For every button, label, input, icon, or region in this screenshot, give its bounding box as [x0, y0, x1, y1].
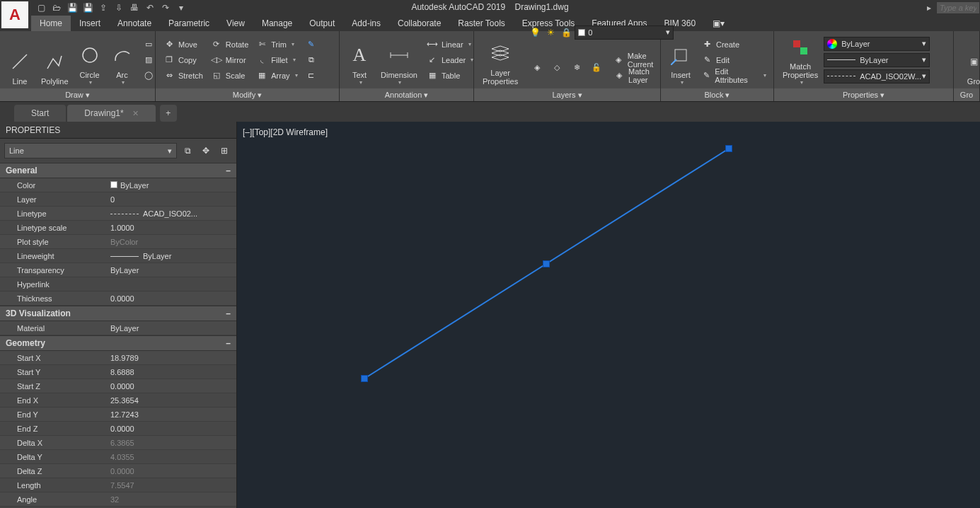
plot-icon[interactable]: 🖶 [127, 1, 142, 15]
layer-state-icon[interactable]: 💡 [528, 25, 542, 40]
properties-selection-dropdown[interactable]: Line▾ [4, 143, 177, 158]
array-button[interactable]: ▦Array [253, 68, 300, 83]
start-tab[interactable]: Start [14, 105, 66, 122]
search-input[interactable] [936, 1, 980, 14]
panel-draw-title[interactable]: Draw ▾ [0, 88, 155, 101]
match-props-button[interactable]: Match Properties [778, 33, 822, 87]
layer-tool3[interactable]: ❄ [567, 60, 586, 76]
drawing-tab[interactable]: Drawing1*✕ [67, 105, 155, 122]
color-dropdown[interactable]: ByLayer▾ [824, 37, 930, 51]
explode-button[interactable]: ⧉ [302, 52, 321, 68]
prop-row[interactable]: Thickness0.0000 [0, 291, 236, 306]
layerprops-button[interactable]: Layer Properties [478, 33, 522, 87]
prop-value[interactable]: 0.0000 [106, 382, 236, 391]
tab-raster-tools[interactable]: Raster Tools [449, 16, 513, 31]
prop-row[interactable]: Hyperlink [0, 277, 236, 291]
linetype-dropdown[interactable]: ACAD_ISO02W...▾ [824, 69, 930, 83]
prop-value[interactable]: ByLayer [106, 252, 236, 260]
layer-freeze-icon[interactable]: ☀ [543, 25, 558, 40]
prop-section-geometry[interactable]: Geometry– [0, 335, 236, 351]
tab-parametric[interactable]: Parametric [160, 16, 218, 31]
prop-row[interactable]: Angle32 [0, 492, 236, 507]
prop-value[interactable]: 0.0000 [106, 467, 236, 475]
tab-view[interactable]: View [218, 16, 253, 31]
prop-row[interactable]: Delta X6.3865 [0, 436, 236, 450]
prop-value[interactable]: ByLayer [106, 181, 236, 190]
move-button[interactable]: ✥Move [160, 37, 206, 52]
panel-modify-title[interactable]: Modify ▾ [156, 88, 339, 101]
panel-layers-title[interactable]: Layers ▾ [474, 88, 660, 101]
prop-value[interactable]: 0.0000 [106, 294, 236, 303]
polyline-button[interactable]: Polyline [37, 33, 73, 87]
linear-button[interactable]: ⟷Linear [423, 37, 476, 52]
prop-value[interactable]: 25.3654 [106, 396, 236, 405]
new-icon[interactable]: ▢ [34, 1, 48, 15]
saveas-icon[interactable]: 💾 [81, 1, 95, 15]
search-dropdown-icon[interactable]: ▸ [922, 1, 936, 15]
web-mobile-open-icon[interactable]: ⇩ [112, 1, 126, 15]
circle-button[interactable]: Circle [74, 33, 105, 87]
prop-row[interactable]: ColorByLayer [0, 178, 236, 192]
selected-line[interactable] [237, 122, 980, 508]
offset-button[interactable]: ⊏ [302, 68, 321, 83]
rotate-button[interactable]: ⟳Rotate [207, 37, 251, 52]
tab-insert[interactable]: Insert [71, 16, 109, 31]
tab-extra-icon[interactable]: ▣▾ [704, 16, 733, 31]
prop-row[interactable]: Delta Z0.0000 [0, 464, 236, 478]
add-tab-button[interactable]: + [160, 105, 177, 122]
selectobj-icon[interactable]: ⊞ [217, 143, 232, 158]
layer-tool4[interactable]: 🔓 [587, 60, 606, 76]
panel-annotation-title[interactable]: Annotation ▾ [340, 88, 473, 101]
layer-tool2[interactable]: ◇ [548, 60, 566, 76]
draw-more1-button[interactable]: ▭ [139, 37, 158, 52]
fillet-button[interactable]: ◟Fillet [253, 52, 300, 68]
app-logo[interactable]: A [1, 1, 28, 28]
line-mid-grip[interactable] [543, 260, 550, 267]
prop-row[interactable]: End Y12.7243 [0, 408, 236, 422]
prop-value[interactable]: 6.3865 [106, 439, 236, 447]
line-start-grip[interactable] [361, 375, 368, 382]
prop-value[interactable]: 7.5547 [106, 481, 236, 490]
leader-button[interactable]: ↙Leader [423, 52, 476, 68]
table-button[interactable]: ▦Table [423, 68, 476, 83]
prop-value[interactable]: 0 [106, 195, 236, 204]
save-icon[interactable]: 💾 [65, 1, 79, 15]
prop-row[interactable]: Length7.5547 [0, 478, 236, 492]
arc-button[interactable]: Arc [107, 33, 138, 87]
prop-row[interactable]: Start Z0.0000 [0, 379, 236, 393]
prop-row[interactable]: End X25.3654 [0, 393, 236, 408]
prop-value[interactable]: 12.7243 [106, 410, 236, 419]
panel-properties-title[interactable]: Properties ▾ [774, 88, 953, 101]
trim-button[interactable]: ✄Trim [253, 37, 300, 52]
web-mobile-icon[interactable]: ⇪ [96, 1, 110, 15]
prop-row[interactable]: MaterialByLayer [0, 321, 236, 335]
line-button[interactable]: Line [4, 33, 35, 87]
prop-row[interactable]: Start Y8.6888 [0, 365, 236, 379]
prop-row[interactable]: Linetype scale1.0000 [0, 221, 236, 235]
insert-button[interactable]: Insert [665, 33, 696, 87]
stretch-button[interactable]: ⇔Stretch [160, 68, 206, 83]
prop-row[interactable]: End Z0.0000 [0, 422, 236, 436]
line-end-grip[interactable] [725, 145, 732, 152]
pickadd-icon[interactable]: ✥ [198, 143, 214, 158]
edit-attr-button[interactable]: ✎Edit Attributes [698, 68, 769, 83]
edit-block-button[interactable]: ✎Edit [698, 52, 769, 68]
prop-row[interactable]: Plot styleByColor [0, 235, 236, 249]
prop-row[interactable]: Start X18.9789 [0, 351, 236, 365]
viewport-label[interactable]: [–][Top][2D Wireframe] [243, 127, 328, 137]
panel-groups-title[interactable]: Gro [954, 88, 979, 101]
close-tab-icon[interactable]: ✕ [132, 109, 139, 118]
quickselect-icon[interactable]: ⧉ [180, 143, 195, 158]
prop-row[interactable]: Delta Y4.0355 [0, 450, 236, 464]
draw-more3-button[interactable]: ◯ [139, 68, 158, 83]
redo-icon[interactable]: ↷ [158, 1, 173, 15]
prop-section-general[interactable]: General– [0, 163, 236, 178]
tab-annotate[interactable]: Annotate [109, 16, 160, 31]
layer-lock-icon[interactable]: 🔒 [559, 25, 573, 40]
prop-value[interactable]: 8.6888 [106, 368, 236, 376]
prop-value[interactable]: 18.9789 [106, 354, 236, 362]
prop-section-viz[interactable]: 3D Visualization– [0, 306, 236, 321]
model-viewport[interactable]: [–][Top][2D Wireframe] [237, 122, 980, 508]
tab-home[interactable]: Home [31, 16, 71, 31]
tab-manage[interactable]: Manage [253, 16, 301, 31]
